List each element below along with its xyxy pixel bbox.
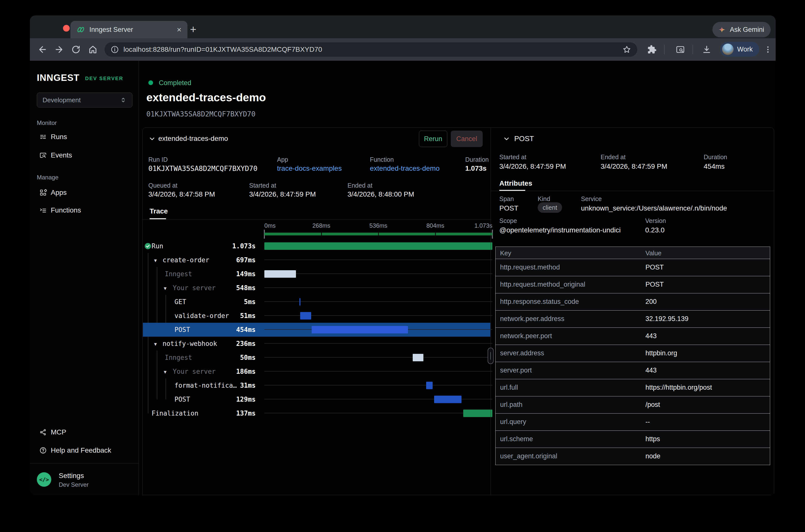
field-value[interactable]: extended-traces-demo: [370, 165, 439, 172]
attr-value: node: [645, 452, 660, 460]
sidebar-item-functions[interactable]: Functions: [30, 203, 139, 217]
trace-minimap[interactable]: [264, 233, 492, 235]
trace-row[interactable]: ▾create-order697ms: [143, 253, 491, 267]
trace-row[interactable]: Inngest50ms: [143, 350, 491, 364]
screen: Inngest Server × + Ask Gemini: [0, 0, 805, 532]
trace-row[interactable]: Inngest149ms: [143, 267, 491, 281]
span-collapse-chevron-icon[interactable]: [503, 135, 510, 142]
trace-row[interactable]: ▾Your server186ms: [143, 364, 491, 378]
environment-selector[interactable]: Development: [37, 93, 132, 108]
browser-menu-icon[interactable]: [761, 43, 775, 56]
web-content: INNGEST DEV SERVER Development MonitorRu…: [30, 61, 775, 495]
extensions-icon[interactable]: [645, 43, 659, 56]
collapse-chevron-icon[interactable]: [148, 135, 156, 142]
download-icon[interactable]: [700, 43, 713, 56]
trace-row-duration: 454ms: [143, 326, 256, 334]
attr-value: 443: [645, 332, 657, 340]
browser-tab[interactable]: Inngest Server ×: [71, 21, 187, 38]
trace-span-bar[interactable]: [463, 410, 492, 417]
gemini-star-icon: [717, 25, 726, 34]
trace-span-bar[interactable]: [413, 354, 424, 361]
field-label: Duration: [465, 156, 489, 163]
trace-span-bar[interactable]: [312, 326, 408, 334]
table-row: http.request.methodPOST: [495, 259, 770, 276]
table-row: http.request.method_originalPOST: [495, 276, 770, 293]
sidebar-item-mcp[interactable]: MCP: [30, 425, 139, 439]
attr-value: https: [645, 435, 660, 443]
trace-row[interactable]: Finalization137ms: [143, 406, 491, 420]
trace-track-line: [264, 385, 492, 385]
table-row: network.peer.address32.192.95.139: [495, 310, 770, 328]
sidebar-item-events[interactable]: Events: [30, 148, 139, 162]
trace-span-bar[interactable]: [264, 242, 492, 250]
tab-attributes[interactable]: Attributes: [499, 179, 532, 187]
inngest-favicon: [76, 25, 85, 34]
run-id: 01KJXTWA35SA8D2MCQF7BXYD70: [146, 110, 256, 118]
bookmark-star-icon[interactable]: [622, 45, 631, 54]
trace-span-bar[interactable]: [426, 382, 433, 389]
span-meta-label: Kind: [538, 195, 550, 203]
reload-icon[interactable]: [69, 43, 83, 56]
sidebar-item-settings[interactable]: </> Settings Dev Server: [37, 472, 132, 492]
trace-row[interactable]: GET5ms: [143, 295, 491, 309]
span-meta-label: Span: [499, 195, 514, 203]
key-header: Key: [500, 249, 511, 257]
trace-span-bar[interactable]: [299, 298, 300, 306]
trace-span-bar[interactable]: [300, 312, 311, 320]
reading-mode-icon[interactable]: [674, 43, 687, 56]
ask-gemini-button[interactable]: Ask Gemini: [712, 22, 771, 37]
trace-row[interactable]: POST454ms: [143, 323, 491, 337]
table-row: url.fullhttps://httpbin.org/post: [495, 379, 770, 396]
trace-track-line: [264, 301, 492, 302]
cancel-button[interactable]: Cancel: [451, 131, 483, 147]
site-info-icon[interactable]: [111, 45, 119, 54]
sidebar-item-apps[interactable]: Apps: [30, 186, 139, 200]
trace-span-bar[interactable]: [434, 396, 462, 403]
trace-row[interactable]: validate-order51ms: [143, 309, 491, 323]
status-dot: [148, 80, 153, 85]
field-value[interactable]: trace-docs-examples: [277, 165, 342, 172]
span-meta-value: POST: [499, 204, 518, 212]
kind-badge: client: [538, 202, 562, 213]
trace-row[interactable]: Run1.073s: [143, 239, 491, 253]
tab-trace[interactable]: Trace: [150, 207, 168, 215]
close-tab-icon[interactable]: ×: [177, 26, 182, 34]
table-row: user_agent.originalnode: [495, 448, 770, 465]
window-close-button[interactable]: [63, 25, 70, 32]
sidebar-item-label: Functions: [51, 206, 81, 214]
trace-row[interactable]: POST129ms: [143, 393, 491, 406]
field-value: 1.073s: [465, 165, 487, 172]
address-bar[interactable]: localhost:8288/run?runID=01KJXTWA35SA8D2…: [105, 42, 637, 57]
run-name: extended-traces-demo: [158, 135, 228, 142]
trace-row[interactable]: format-notifica…31ms: [143, 378, 491, 393]
sidebar-item-help[interactable]: Help and Feedback: [30, 443, 139, 457]
attr-key: http.response.status_code: [500, 298, 579, 306]
sidebar-item-runs[interactable]: Runs: [30, 130, 139, 144]
trace-track-line: [264, 371, 492, 372]
attr-key: url.full: [500, 384, 518, 392]
functions-icon: [39, 207, 47, 214]
rerun-button[interactable]: Rerun: [419, 131, 447, 147]
trace-span-bar[interactable]: [264, 270, 296, 278]
back-icon[interactable]: [36, 43, 49, 56]
code-icon: </>: [37, 472, 51, 487]
profile-chip[interactable]: Work: [720, 42, 759, 57]
attr-key: url.scheme: [500, 435, 533, 443]
span-meta-value: 0.23.0: [645, 226, 664, 234]
attr-value: POST: [645, 281, 664, 288]
home-icon[interactable]: [86, 43, 99, 56]
trace-row[interactable]: ▾notify-webhook236ms: [143, 337, 491, 350]
attr-value: 443: [645, 366, 657, 374]
trace-row[interactable]: ▾Your server548ms: [143, 281, 491, 295]
chevron-updown-icon: [120, 97, 127, 103]
span-summary-value: 3/4/2026, 8:47:59 PM: [499, 163, 566, 170]
forward-icon[interactable]: [52, 43, 66, 56]
new-tab-button[interactable]: +: [186, 22, 200, 36]
span-meta-label: Scope: [499, 217, 517, 225]
profile-label: Work: [737, 45, 753, 53]
attr-key: http.request.method_original: [500, 281, 585, 288]
attr-key: server.address: [500, 349, 544, 357]
attr-value: 32.192.95.139: [645, 315, 689, 323]
trace-pane: extended-traces-demo Rerun Cancel Run ID…: [143, 128, 491, 495]
trace-row-duration: 5ms: [143, 298, 256, 306]
